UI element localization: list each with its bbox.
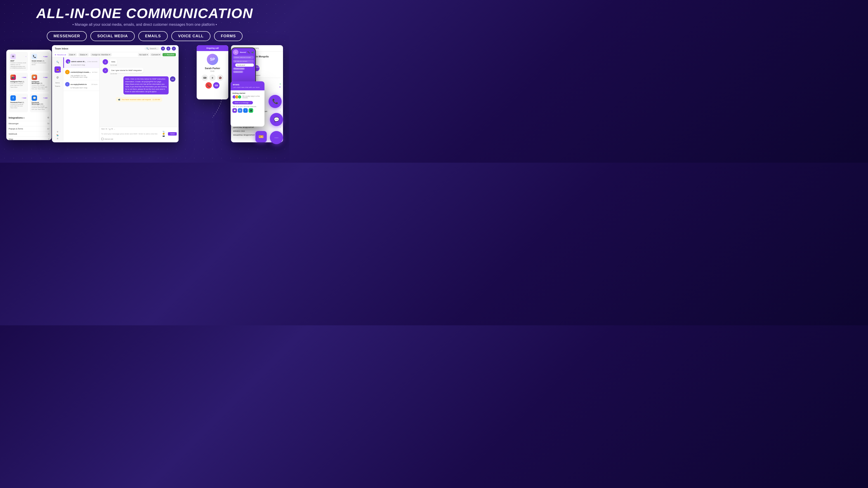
- reply-option-1[interactable]: Resolve a ticket: [233, 68, 245, 70]
- page-subtitle: • Manage all your social media, emails, …: [0, 23, 289, 27]
- fb-messenger-add[interactable]: + Add: [43, 97, 48, 99]
- inbox-left-sidebar: 🔍 📥 @ Items Teams ⚙ 🏪 ⚙: [52, 57, 63, 141]
- integration-imap[interactable]: ✉ › IMAP Connect a company email address…: [8, 52, 28, 71]
- nav-pill-social-media[interactable]: SOCIAL MEDIA: [90, 31, 134, 41]
- send-btn[interactable]: Send: [168, 132, 177, 135]
- sidebar-inbox-icon[interactable]: 📥: [55, 66, 61, 73]
- grandstream-logo: 📞: [32, 54, 37, 59]
- call-header-text: Ongoing call: [206, 47, 219, 49]
- fb-messenger-logo: 💬: [32, 95, 37, 101]
- msg1-status-badge: [68, 62, 70, 64]
- email-header-icon[interactable]: ✉: [161, 46, 165, 51]
- dollar-header-icon[interactable]: $: [166, 46, 170, 51]
- imap-list-count: 7: [48, 138, 49, 140]
- msg2-name: content@imp1.troadevisor.com: [70, 71, 91, 73]
- strikethrough-btn[interactable]: S: [112, 128, 113, 130]
- widget-brand: erxes: [233, 83, 262, 86]
- dots-float-btn[interactable]: ⋯: [270, 131, 283, 144]
- sidebar-teams-label: Teams: [55, 85, 60, 87]
- hold-btn[interactable]: ⏸: [209, 74, 216, 81]
- msg-response-avatar: AA: [170, 76, 176, 82]
- chat-input-field[interactable]: To send your message press Enter and Shi…: [101, 132, 162, 135]
- mobile-video-icon[interactable]: 📹: [251, 51, 254, 53]
- ticket-float-icon: 🎫: [258, 134, 264, 139]
- msg-response-row: AA Hello, Click on the links below for I…: [101, 76, 177, 94]
- widget-reply-text: We usually reply in a few minutes.: [242, 95, 263, 98]
- integration-fb-post[interactable]: f + Add Facebook Post (5) Connect to Fac…: [8, 94, 28, 112]
- status-filter[interactable]: Status ▾: [79, 53, 89, 56]
- settings-icon[interactable]: ⚙: [47, 116, 49, 119]
- integration-list-messenger[interactable]: Messenger 79: [8, 121, 49, 126]
- internal-note-checkbox[interactable]: [101, 138, 103, 140]
- call-header: Ongoing call: [197, 45, 228, 51]
- mobile-call-icon[interactable]: 📞: [248, 51, 250, 53]
- date-filter[interactable]: Date ▾: [68, 53, 76, 56]
- integration-grandstream[interactable]: 📞 + Add Grand stream (3) Configure Grand…: [30, 52, 49, 71]
- integration-fb-messenger[interactable]: 💬 + Add Facebook Messenger (20) Connect …: [30, 94, 49, 112]
- widget-send-btn[interactable]: Send on a message →: [232, 101, 253, 104]
- underline-btn[interactable]: U: [109, 128, 111, 130]
- fb-messenger-name: Facebook Messenger (20): [32, 102, 48, 105]
- phone-settings-icon[interactable]: ⚙: [279, 86, 281, 88]
- assign-to-filter[interactable]: Assign to: Member ▾: [90, 53, 112, 56]
- sidebar-search-icon[interactable]: 🔍: [55, 59, 61, 65]
- fb-post-add[interactable]: + Add: [22, 97, 26, 99]
- sidebar-settings-bottom-icon[interactable]: ⚙: [57, 138, 58, 140]
- bold-btn[interactable]: B: [106, 128, 107, 130]
- integration-list-imap[interactable]: IMap 7: [8, 137, 49, 140]
- dialpad-btn[interactable]: ⌨: [213, 82, 219, 89]
- nav-pill-forms[interactable]: FORMS: [214, 31, 243, 41]
- fb-post-desc: Connect to Facebook posts right from you…: [10, 104, 26, 109]
- chat-float-btn[interactable]: 💬: [270, 113, 283, 126]
- phone-float-btn[interactable]: 📞: [269, 95, 282, 108]
- user-header-icon[interactable]: U: [172, 46, 176, 51]
- end-call-btn[interactable]: 📞: [206, 82, 212, 89]
- popups-list-name: Popups & forms: [8, 128, 23, 130]
- channel-icon-chat[interactable]: 💬: [232, 108, 237, 113]
- msg-question-row: A Can I give tutorial for IMAP integrati…: [101, 68, 177, 74]
- video-call-text: You have received video call request: [122, 98, 151, 101]
- sidebar-marketplace-icon[interactable]: 🏪: [57, 134, 59, 136]
- msg2-time: an hour: [92, 71, 97, 73]
- ticket-float-btn[interactable]: 🎫: [255, 131, 267, 142]
- getting-started-title: Getting started: [232, 92, 263, 94]
- convert-btn[interactable]: Convert ▾: [150, 53, 162, 56]
- widget-channel-icons: 💬 ✉ f 📱: [232, 108, 263, 113]
- integration-list-webhook[interactable]: Webhook 0: [8, 131, 49, 137]
- resolve-btn[interactable]: ✓ Resolve: [162, 53, 176, 56]
- mute-btn[interactable]: 🔇: [217, 74, 223, 81]
- ig-post-add[interactable]: + Add: [22, 76, 26, 78]
- nav-pill-voice-call[interactable]: VOICE CALL: [171, 31, 211, 41]
- webhook-list-name: Webhook: [8, 133, 17, 135]
- search-box[interactable]: 🔍 Search...: [145, 47, 160, 50]
- no-task-btn[interactable]: No task ▾: [138, 53, 149, 56]
- call-avatar-container: SP: [197, 51, 228, 67]
- fb-post-name: Facebook Post (5): [10, 102, 26, 103]
- integrations-chevron: ▲: [23, 116, 25, 119]
- resolve-all-btn[interactable]: ⊕ Resolve all: [55, 54, 66, 56]
- sidebar-settings-icon[interactable]: ⚙: [57, 131, 58, 133]
- grandstream-add[interactable]: + Add: [43, 56, 48, 57]
- inbox-message-1[interactable]: A admin admin Mongolia 9... a few second…: [63, 57, 99, 68]
- inbox-message-2[interactable]: C content@imp1.troadevisor.com an hour J…: [63, 68, 99, 80]
- sidebar-mentions-icon[interactable]: @: [55, 74, 61, 80]
- channel-icon-fb[interactable]: f: [243, 108, 248, 113]
- reply-option-2[interactable]: Leave a note: [233, 71, 243, 73]
- channel-icon-email[interactable]: ✉: [238, 108, 242, 113]
- imap-add[interactable]: ›: [26, 56, 26, 57]
- page-title: ALL-IN-ONE COMMUNICATION: [0, 6, 289, 20]
- inbox-message-3[interactable]: T no-reply@twitch.tv 18 hours to Temuule…: [63, 80, 99, 91]
- chat-input-row: To send your message press Enter and Shi…: [101, 131, 177, 137]
- content-area: ✉ › IMAP Connect a company email address…: [0, 45, 289, 163]
- channel-icon-wa[interactable]: 📱: [249, 108, 253, 113]
- integration-ig-post[interactable]: 📷 + Add Instagram Post (2) Connect to In…: [8, 73, 28, 92]
- ig-messenger-add[interactable]: + Add: [43, 76, 48, 78]
- nav-pill-messenger[interactable]: MESSENGER: [47, 31, 87, 41]
- integration-ig-messenger[interactable]: 💬 + Add Instagram Messenger (3) Connect …: [30, 73, 49, 92]
- integration-list-popups[interactable]: Popups & forms 10: [8, 126, 49, 131]
- nav-pill-emails[interactable]: EMAILS: [138, 31, 168, 41]
- italic-btn[interactable]: I: [108, 128, 108, 130]
- imap-list-name: IMap: [8, 138, 13, 140]
- inbox-header-right: 🔍 Search... ✉ $ U: [145, 46, 176, 51]
- keypad-btn[interactable]: ⌨: [202, 74, 208, 81]
